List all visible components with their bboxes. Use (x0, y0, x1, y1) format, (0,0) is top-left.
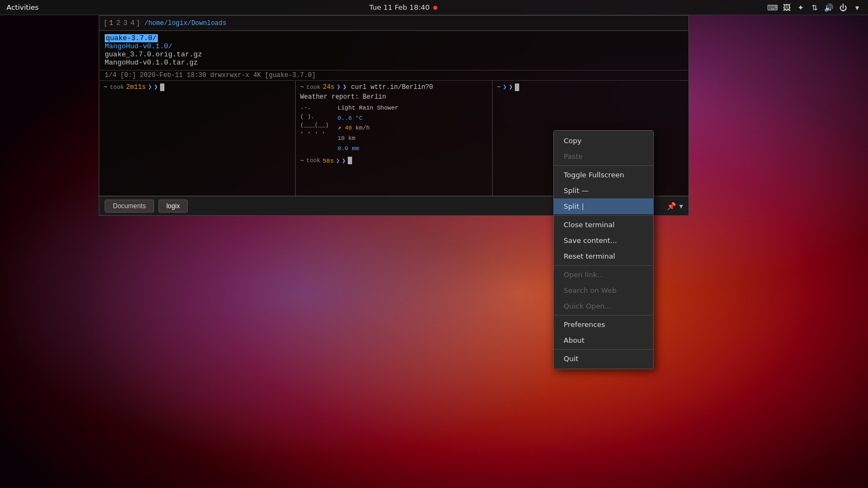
terminal-pane-2[interactable]: ~ took 24s ❯ ❯ curl wttr.in/Berlin?0 Wea… (296, 81, 492, 196)
topbar-right: ⌨ 🖼 ✦ ⇅ 🔊 ⏻ ▾ (768, 3, 861, 12)
pane2-arrow2: ❯ (343, 83, 347, 91)
tab-num-1[interactable]: 1 (109, 20, 113, 27)
topbar-center: Tue 11 Feb 18:40 ● (369, 3, 437, 11)
context-quick-open-label: Quick Open... (564, 302, 611, 310)
context-reset-terminal-label: Reset terminal (564, 252, 615, 260)
file-name-4: MangoHud-v0.1.0.tar.gz (105, 59, 198, 67)
context-menu-open-link: Open link... (554, 267, 653, 282)
power-icon: ⏻ (839, 3, 847, 12)
context-open-link-label: Open link... (564, 271, 604, 279)
dropdown-icon[interactable]: ▾ (853, 3, 861, 12)
weather-precip: 0.0 mm (337, 145, 359, 152)
context-split-h-label: Split — (564, 187, 589, 195)
activities-button[interactable]: Activities (7, 3, 39, 11)
current-path: /home/logix/Downloads (144, 20, 226, 27)
path-bracket-close: ] (136, 20, 140, 27)
context-menu-quit[interactable]: Quit (554, 351, 653, 367)
tab-num-4[interactable]: 4 (131, 20, 135, 27)
file-item-1[interactable]: quake-3.7.0/ (105, 34, 683, 42)
keyboard-icon: ⌨ (768, 3, 777, 12)
pane3-prompt: ~ ❯ ❯ (497, 83, 684, 91)
file-name-1: quake-3.7.0/ (105, 34, 158, 42)
context-copy-label: Copy (564, 137, 582, 145)
context-menu-split-v[interactable]: Split | (554, 198, 653, 214)
context-toggle-fullscreen-label: Toggle Fullscreen (564, 171, 624, 179)
pane1-tilde: ~ (104, 84, 107, 91)
context-divider-1 (554, 165, 653, 166)
volume-icon: 🔊 (825, 3, 833, 12)
context-divider-2 (554, 215, 653, 216)
bottombar-right: 📌 ▾ (667, 202, 683, 210)
context-menu-reset-terminal[interactable]: Reset terminal (554, 248, 653, 264)
pane2-prompt2: ~ took 58s ❯ ❯ (300, 157, 487, 164)
context-menu-toggle-fullscreen[interactable]: Toggle Fullscreen (554, 167, 653, 183)
bluetooth-icon: ✦ (796, 3, 805, 12)
context-preferences-label: Preferences (564, 320, 605, 329)
expand-icon[interactable]: ▾ (679, 202, 683, 210)
pane1-took-time: 2m11s (126, 84, 146, 91)
weather-condition: Light Rain Shower (337, 103, 398, 113)
context-menu-split-h[interactable]: Split — (554, 183, 653, 198)
topbar: Activities Tue 11 Feb 18:40 ● ⌨ 🖼 ✦ ⇅ 🔊 … (0, 0, 868, 15)
path-bracket-open: [ (104, 20, 107, 27)
context-divider-3 (554, 265, 653, 266)
weather-visibility: 10 km (337, 133, 398, 144)
file-listing: quake-3.7.0/ MangoHud-v0.1.0/ guake_3.7.… (99, 31, 688, 70)
context-about-label: About (564, 336, 584, 344)
context-menu-copy[interactable]: Copy (554, 133, 653, 149)
weather-details: .-. ( ). (___(__) ' ' ' ' Light Rain Sho… (300, 103, 487, 153)
pane2-tilde: ~ (300, 84, 304, 91)
tab-documents[interactable]: Documents (105, 200, 154, 213)
context-quit-label: Quit (564, 355, 578, 363)
context-divider-4 (554, 315, 653, 316)
pane2-tilde2: ~ (300, 157, 304, 164)
pane1-cursor (160, 84, 164, 91)
file-item-3[interactable]: guake_3.7.0.orig.tar.gz (105, 50, 683, 59)
context-paste-label: Paste (564, 152, 583, 160)
context-search-web-label: Search on Web (564, 286, 616, 294)
pane3-cursor (515, 84, 519, 91)
topbar-left: Activities (7, 3, 39, 11)
pane3-arrow1: ❯ (503, 83, 507, 91)
pane2-prompt: ~ took 24s ❯ ❯ curl wttr.in/Berlin?0 (300, 83, 487, 91)
context-menu-about[interactable]: About (554, 332, 653, 348)
pane1-arrow1: ❯ (148, 83, 152, 91)
context-menu-search-web: Search on Web (554, 282, 653, 298)
pane2-arrow1: ❯ (337, 83, 341, 91)
pane2-took-time: 24s (323, 84, 335, 91)
pane2-took2-label: took (306, 157, 320, 164)
context-menu: Copy Paste Toggle Fullscreen Split — Spl… (553, 130, 654, 369)
recording-indicator: ● (433, 4, 438, 10)
terminal-path-tabs: [ 1 2 3 4 ] /home/logix/Downloads (99, 16, 688, 31)
tab-num-3[interactable]: 3 (124, 20, 127, 27)
context-menu-preferences[interactable]: Preferences (554, 317, 653, 332)
pane2-took2-time: 58s (323, 157, 334, 164)
pane2-command: curl wttr.in/Berlin?0 (351, 84, 433, 91)
weather-info: Light Rain Shower 0..6 °C ↗ 40 km/h 10 k… (337, 103, 398, 153)
pane2-arrow4: ❯ (342, 157, 346, 164)
file-name-3: guake_3.7.0.orig.tar.gz (105, 50, 202, 59)
file-name-2: MangoHud-v0.1.0/ (105, 42, 173, 50)
pane2-arrow3: ❯ (336, 157, 340, 164)
weather-title: Weather report: Berlin (300, 93, 487, 101)
context-menu-save-content[interactable]: Save content... (554, 233, 653, 248)
pane1-prompt: ~ took 2m11s ❯ ❯ (104, 83, 291, 91)
weather-output: Weather report: Berlin .-. ( ). (___(__)… (300, 93, 487, 164)
context-split-v-label: Split | (564, 202, 584, 210)
pane2-took-label: took (307, 84, 321, 91)
weather-wind-unit: km/h (352, 125, 370, 131)
screenshot-icon: 🖼 (782, 3, 791, 12)
context-menu-paste: Paste (554, 149, 653, 164)
status-text: 1/4 [0:] 2020-Feb-11 18:30 drwxrwxr-x 4K… (105, 72, 316, 79)
context-menu-close-terminal[interactable]: Close terminal (554, 217, 653, 233)
pane3-arrow2: ❯ (509, 83, 513, 91)
weather-wind: 40 (344, 125, 352, 131)
tab-num-2[interactable]: 2 (116, 20, 120, 27)
file-item-2[interactable]: MangoHud-v0.1.0/ (105, 42, 683, 50)
file-item-4[interactable]: MangoHud-v0.1.0.tar.gz (105, 59, 683, 67)
tab-logix[interactable]: logix (158, 200, 188, 213)
terminal-pane-1[interactable]: ~ took 2m11s ❯ ❯ (99, 81, 296, 196)
weather-art: .-. ( ). (___(__) ' ' ' ' (300, 103, 329, 153)
pin-icon[interactable]: 📌 (667, 202, 676, 210)
datetime-label: Tue 11 Feb 18:40 (369, 3, 430, 11)
